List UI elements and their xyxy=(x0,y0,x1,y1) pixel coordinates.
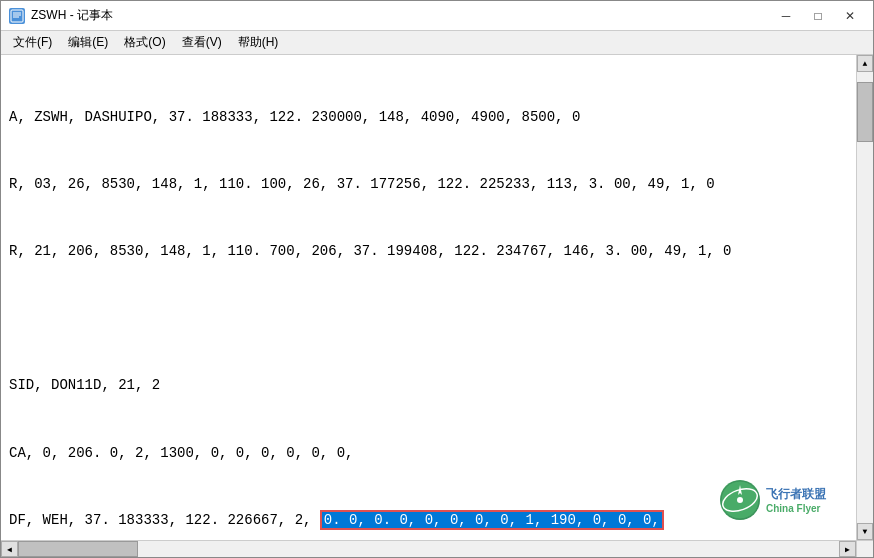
text-content[interactable]: A, ZSWH, DASHUIPO, 37. 188333, 122. 2300… xyxy=(1,55,856,540)
menu-view[interactable]: 查看(V) xyxy=(174,31,230,54)
scrollbar-corner xyxy=(856,540,873,557)
scroll-left-button[interactable]: ◀ xyxy=(1,541,18,557)
svg-rect-0 xyxy=(11,10,23,22)
minimize-button[interactable]: ─ xyxy=(771,5,801,27)
horizontal-scrollbar[interactable]: ◀ ▶ xyxy=(1,540,856,557)
watermark-text-container: 飞行者联盟 China Flyer xyxy=(766,486,826,514)
scroll-thumb-h[interactable] xyxy=(18,541,138,557)
watermark-line2: China Flyer xyxy=(766,503,826,514)
maximize-button[interactable]: □ xyxy=(803,5,833,27)
main-window: ZSWH - 记事本 ─ □ ✕ 文件(F) 编辑(E) 格式(O) 查看(V)… xyxy=(0,0,874,558)
title-bar: ZSWH - 记事本 ─ □ ✕ xyxy=(1,1,873,31)
highlighted-selection: 0. 0, 0. 0, 0, 0, 0, 0, 1, 190, 0, 0, 0, xyxy=(320,510,664,530)
title-bar-left: ZSWH - 记事本 xyxy=(9,7,113,24)
scroll-right-button[interactable]: ▶ xyxy=(839,541,856,557)
line-2: R, 03, 26, 8530, 148, 1, 110. 100, 26, 3… xyxy=(9,173,848,195)
window-controls: ─ □ ✕ xyxy=(771,5,865,27)
line-empty-1 xyxy=(9,307,848,329)
app-icon xyxy=(9,8,25,24)
menu-help[interactable]: 帮助(H) xyxy=(230,31,287,54)
watermark-logo xyxy=(720,480,760,520)
scroll-down-button[interactable]: ▼ xyxy=(857,523,873,540)
line-ca1: CA, 0, 206. 0, 2, 1300, 0, 0, 0, 0, 0, 0… xyxy=(9,442,848,464)
scroll-track-v[interactable] xyxy=(857,72,873,523)
vertical-scrollbar[interactable]: ▲ ▼ xyxy=(856,55,873,540)
line-3: R, 21, 206, 8530, 148, 1, 110. 700, 206,… xyxy=(9,240,848,262)
menu-file[interactable]: 文件(F) xyxy=(5,31,60,54)
watermark: 飞行者联盟 China Flyer xyxy=(720,480,826,520)
menu-bar: 文件(F) 编辑(E) 格式(O) 查看(V) 帮助(H) xyxy=(1,31,873,55)
content-area: A, ZSWH, DASHUIPO, 37. 188333, 122. 2300… xyxy=(1,55,873,540)
line-1: A, ZSWH, DASHUIPO, 37. 188333, 122. 2300… xyxy=(9,106,848,128)
scroll-thumb-v[interactable] xyxy=(857,82,873,142)
text-area-wrapper: A, ZSWH, DASHUIPO, 37. 188333, 122. 2300… xyxy=(1,55,856,540)
menu-format[interactable]: 格式(O) xyxy=(116,31,173,54)
scroll-track-h[interactable] xyxy=(18,541,839,557)
scroll-up-button[interactable]: ▲ xyxy=(857,55,873,72)
close-button[interactable]: ✕ xyxy=(835,5,865,27)
window-title: ZSWH - 记事本 xyxy=(31,7,113,24)
menu-edit[interactable]: 编辑(E) xyxy=(60,31,116,54)
line-sid1: SID, DON11D, 21, 2 xyxy=(9,374,848,396)
svg-point-6 xyxy=(737,497,743,503)
watermark-line1: 飞行者联盟 xyxy=(766,486,826,503)
bottom-row: ◀ ▶ xyxy=(1,540,873,557)
